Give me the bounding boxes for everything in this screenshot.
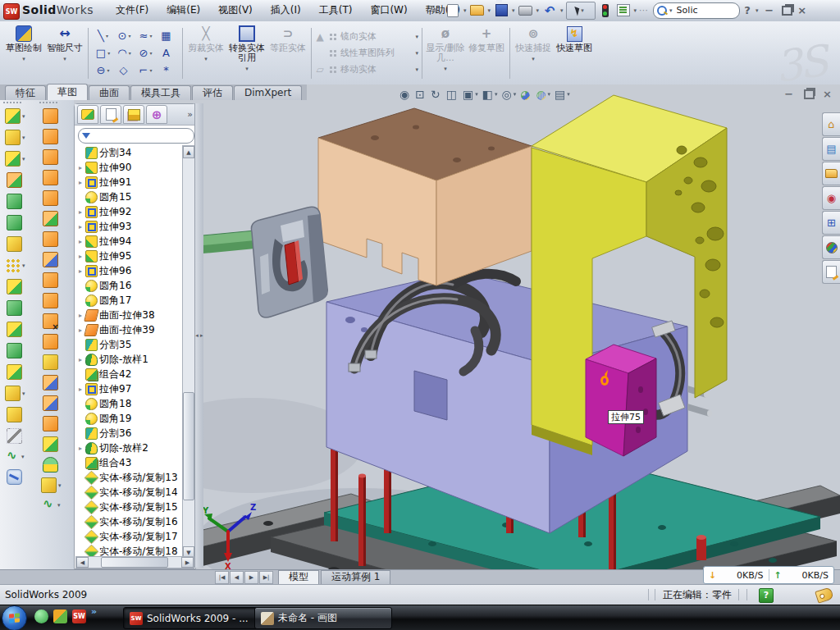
design-library-button[interactable]: ▤ [822,137,840,161]
mold-tool-button[interactable]: ▾ [42,498,62,512]
expand-arrow[interactable]: ▸ [77,267,84,275]
tree-item[interactable]: 圆角17 [75,293,183,308]
tree-item[interactable]: 分割35 [75,337,183,352]
toolbar-grip[interactable] [39,102,57,107]
mold-tool-button[interactable] [43,129,61,144]
tree-hscrollbar[interactable]: ◀ ▶ [75,556,194,568]
tree-item[interactable]: 组合43 [75,455,183,470]
tree-item[interactable]: 实体-移动/复制17 [75,529,183,544]
tree-item[interactable]: ▸ 拉伸90 [75,160,183,175]
file-explorer-button[interactable] [822,162,840,185]
restore-button[interactable] [782,6,792,16]
feature-tool-button[interactable] [7,194,25,209]
open-file-button[interactable] [469,2,486,19]
mold-tool-button[interactable] [43,313,61,329]
model-tab[interactable]: 模型 [278,570,319,585]
feature-tool-button[interactable]: ▾ [5,130,26,145]
tree-filter[interactable] [78,128,194,144]
sketch-entity-button[interactable]: ⊙▾ [114,27,135,44]
mold-tool-dropdown[interactable]: ▾ [58,482,62,489]
mold-tool-button[interactable] [43,190,61,206]
taskbar-button-solidworks[interactable]: SW SolidWorks 2009 - ... [123,607,258,629]
sketch-entity-button[interactable]: ▦ [157,27,178,44]
dimxpertmanager-tab[interactable]: ⊕ [146,105,167,124]
hud-button[interactable]: ◍▾ [536,88,551,101]
sketch-entity-dropdown[interactable]: ▾ [107,67,109,73]
feature-tool-button[interactable] [7,469,25,485]
options-dropdown[interactable]: ▾ [634,7,637,14]
hud-dropdown[interactable]: ▾ [475,91,478,98]
mold-tool-button[interactable] [43,334,61,349]
sketch-entity-dropdown[interactable]: ▾ [149,67,152,73]
custom-properties-button[interactable] [822,260,840,284]
hud-button[interactable]: ◫ [446,88,459,101]
mold-tool-dropdown[interactable]: ▾ [57,502,61,509]
expand-arrow[interactable]: ▸ [77,326,84,334]
expand-arrow[interactable]: ▸ [77,386,84,393]
feature-tool-dropdown[interactable]: ▾ [22,262,25,269]
save-button[interactable] [493,2,509,19]
mold-tool-button[interactable] [43,231,61,247]
scroll-up-button[interactable]: ▲ [183,146,194,158]
solidworks-resources-button[interactable]: ⌂ [822,112,840,136]
tree-item[interactable]: ▸ 曲面-拉伸39 [75,322,183,337]
tab-sketch[interactable]: 草图 [47,84,88,100]
hud-button[interactable]: ◕ [520,88,532,101]
hud-dropdown[interactable]: ▾ [495,91,498,98]
menu-item[interactable]: 视图(V) [209,0,262,21]
magenta-block[interactable] [586,345,656,456]
nav-prev-button[interactable]: ◀ [230,571,244,584]
tree-item[interactable]: ▸ 拉伸92 [75,204,183,219]
tree-item[interactable]: ▸ 拉伸95 [75,249,183,263]
feature-tool-button[interactable]: ▾ [5,108,26,124]
green-rod[interactable] [203,231,255,254]
mold-tool-button[interactable] [43,170,61,185]
feature-tool-button[interactable] [7,215,25,231]
convert-dropdown[interactable]: ▾ [245,64,249,74]
tree-item[interactable]: ▸ 拉伸97 [75,381,183,396]
sketch-entity-dropdown[interactable]: ▾ [149,50,152,56]
feature-tool-button[interactable]: ▾ [5,151,26,167]
tab-mold-tools[interactable]: 模具工具 [130,85,191,100]
close-button[interactable]: × [794,4,810,16]
feature-tool-button[interactable]: ▾ [6,450,25,463]
expand-arrow[interactable]: ▸ [77,223,84,231]
search-scope-dropdown[interactable]: ▾ [669,7,673,14]
print-dropdown[interactable]: ▾ [536,7,540,14]
menu-item[interactable]: 文件(F) [107,0,158,21]
hud-button[interactable]: ⊡ [415,88,427,101]
hud-button[interactable]: ↻ [431,88,443,101]
pin-icon[interactable]: ⌖ [423,0,446,21]
motion-study-tab[interactable]: 运动算例 1 [321,570,390,585]
feature-tool-button[interactable] [7,428,25,444]
new-file-button[interactable] [445,2,461,19]
nav-last-button[interactable]: ▶| [259,571,273,584]
sketch-entity-button[interactable]: ⌐▾ [135,62,157,79]
panel-tabs-overflow[interactable]: » [187,109,193,120]
tree-item[interactable]: 圆角19 [75,411,183,426]
sketch-entity-button[interactable]: A [157,44,178,62]
undo-dropdown[interactable]: ▾ [560,7,564,14]
feature-tool-button[interactable]: ▾ [5,386,26,401]
tree-item[interactable]: 实体-移动/复制16 [75,514,183,529]
menu-item[interactable]: 编辑(E) [158,0,209,21]
feature-tool-button[interactable] [7,172,25,188]
doc-close-button[interactable]: × [823,88,832,100]
sketch-button[interactable]: 草图绘制 ▾ [3,21,44,84]
hud-button[interactable]: ◧▾ [482,88,499,101]
menu-item[interactable]: 工具(T) [310,0,362,21]
mold-tool-button[interactable] [43,395,61,411]
feature-tool-button[interactable] [7,343,25,358]
hud-button[interactable]: ◉ [399,88,412,101]
graphics-area[interactable]: Y Z X ◉⊡↻◫▣▾◧▾◎▾◕◍▾▤▾ − × 拉伸75 ⌂ ▤ ◉ ⊞ [203,84,840,569]
feature-tool-button[interactable] [7,236,25,252]
feature-statistics-button[interactable] [597,2,614,19]
tag-icon[interactable] [815,587,834,603]
tree-item[interactable]: ▸ 拉伸91 [75,175,183,189]
expand-arrow[interactable]: ▸ [77,445,84,452]
3d-content-button[interactable]: ◉ [822,186,840,210]
propertymanager-tab[interactable] [100,105,121,124]
hud-dropdown[interactable]: ▾ [514,91,517,98]
hscroll-thumb[interactable] [101,557,168,568]
antivirus-icon[interactable] [53,609,67,623]
